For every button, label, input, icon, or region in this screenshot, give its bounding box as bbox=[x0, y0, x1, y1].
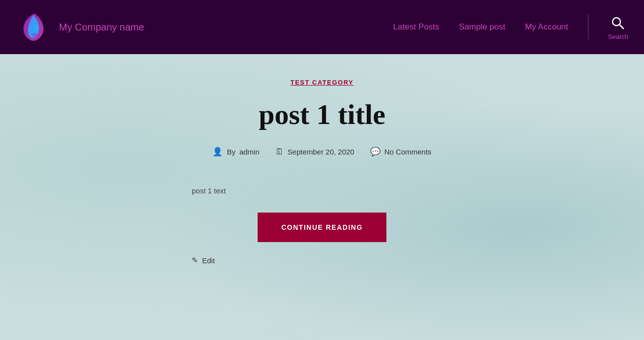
main-content: TEST CATEGORY post 1 title 👤 By admin 🗓 … bbox=[0, 54, 644, 340]
post-comments: 💬 No Comments bbox=[370, 147, 432, 157]
svg-line-2 bbox=[619, 25, 623, 29]
edit-label: Edit bbox=[202, 256, 215, 265]
nav-sample-post[interactable]: Sample post bbox=[459, 22, 505, 32]
nav-my-account[interactable]: My Account bbox=[525, 22, 568, 32]
continue-reading-button[interactable]: CONTINUE READING bbox=[258, 213, 386, 242]
post-meta: 👤 By admin 🗓 September 20, 2020 💬 No Com… bbox=[212, 147, 431, 157]
logo[interactable] bbox=[16, 9, 51, 45]
comments-count[interactable]: No Comments bbox=[384, 148, 432, 156]
edit-icon: ✎ bbox=[192, 256, 198, 265]
nav-latest-posts[interactable]: Latest Posts bbox=[393, 22, 439, 32]
post-date: 🗓 September 20, 2020 bbox=[275, 147, 354, 157]
author-name[interactable]: admin bbox=[239, 148, 260, 156]
person-icon: 👤 bbox=[212, 147, 223, 157]
comment-icon: 💬 bbox=[370, 147, 381, 157]
search-button[interactable]: Search bbox=[608, 14, 628, 40]
site-header: My Company name Latest Posts Sample post… bbox=[0, 0, 644, 54]
author-prefix: By bbox=[227, 148, 235, 156]
post-date-value: September 20, 2020 bbox=[288, 148, 354, 156]
header-left: My Company name bbox=[16, 9, 144, 45]
search-label: Search bbox=[608, 33, 628, 40]
svg-point-0 bbox=[31, 33, 37, 37]
edit-link[interactable]: ✎ Edit bbox=[192, 256, 215, 265]
post-category[interactable]: TEST CATEGORY bbox=[291, 79, 354, 86]
post-title: post 1 title bbox=[259, 98, 385, 131]
calendar-icon: 🗓 bbox=[275, 147, 284, 157]
search-icon[interactable] bbox=[609, 14, 627, 32]
nav-divider bbox=[588, 15, 588, 39]
company-name: My Company name bbox=[59, 22, 144, 33]
post-body-text: post 1 text bbox=[192, 186, 226, 195]
post-author: 👤 By admin bbox=[212, 147, 259, 157]
main-nav: Latest Posts Sample post My Account Sear… bbox=[393, 14, 628, 40]
